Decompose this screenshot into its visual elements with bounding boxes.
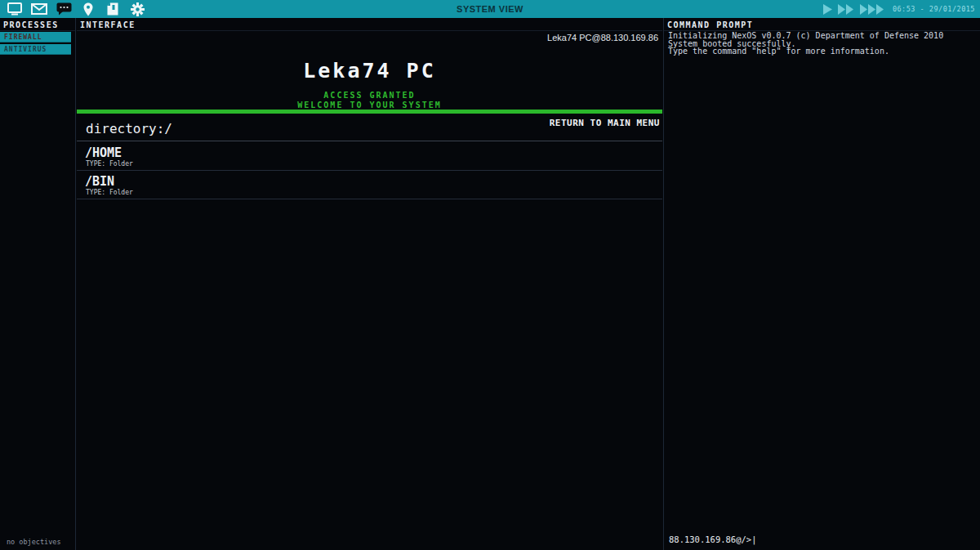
folder-name: /HOME xyxy=(85,145,122,160)
game-clock: 06:53 - 29/01/2015 xyxy=(889,5,975,13)
play-icon[interactable] xyxy=(823,4,832,15)
interface-panel: INTERFACE Leka74 PC@88.130.169.86 Leka74… xyxy=(77,18,662,550)
process-item-antivirus[interactable]: ANTIVIRUS xyxy=(0,44,71,55)
topbar-icons xyxy=(0,1,145,17)
processes-header: PROCESSES xyxy=(0,18,75,31)
processes-panel: PROCESSES FIREWALL ANTIVIRUS no objectiv… xyxy=(0,18,76,550)
topbar: SYSTEM VIEW 06:53 - 29/01/2015 xyxy=(0,0,980,18)
fastest-forward-icon[interactable] xyxy=(860,4,884,15)
report-icon[interactable] xyxy=(105,1,121,17)
welcome-text: WELCOME TO YOUR SYSTEM xyxy=(77,101,662,110)
directory-path: directory:/ xyxy=(86,121,172,136)
command-prompt-panel: COMMAND PROMPT Initializing NexOS v0.0.7… xyxy=(663,18,980,550)
folder-name: /BIN xyxy=(85,174,114,189)
computer-icon[interactable] xyxy=(7,1,23,17)
folder-row-bin[interactable]: /BIN TYPE: Folder xyxy=(77,171,662,199)
terminal-output: Initializing NexOS v0.0.7 (c) Department… xyxy=(668,32,978,56)
mail-icon[interactable] xyxy=(31,1,47,17)
directory-listing: /HOME TYPE: Folder /BIN TYPE: Folder xyxy=(77,142,662,199)
directory-bar: directory:/ RETURN TO MAIN MENU xyxy=(77,114,662,141)
pc-title: Leka74 PC xyxy=(77,59,662,83)
location-icon[interactable] xyxy=(80,1,96,17)
process-item-firewall[interactable]: FIREWALL xyxy=(0,32,71,42)
terminal-line: Type the command "help" for more informa… xyxy=(668,47,978,56)
fast-forward-icon[interactable] xyxy=(838,4,854,15)
time-controls: 06:53 - 29/01/2015 xyxy=(823,0,975,18)
return-to-main-menu-button[interactable]: RETURN TO MAIN MENU xyxy=(550,118,660,128)
folder-type: TYPE: Folder xyxy=(86,160,133,168)
terminal-input-prompt[interactable]: 88.130.169.86@/>| xyxy=(669,534,756,544)
folder-row-home[interactable]: /HOME TYPE: Folder xyxy=(77,142,662,171)
chat-icon[interactable] xyxy=(56,1,72,17)
screen: SYSTEM VIEW 06:53 - 29/01/2015 xyxy=(0,0,980,550)
objectives-status: no objectives xyxy=(7,538,61,546)
command-prompt-header: COMMAND PROMPT xyxy=(664,18,980,31)
remote-host-address: Leka74 PC@88.130.169.86 xyxy=(547,33,658,42)
access-granted-text: ACCESS GRANTED xyxy=(77,91,662,100)
window-title: SYSTEM VIEW xyxy=(457,4,523,14)
folder-type: TYPE: Folder xyxy=(86,189,133,196)
interface-header: INTERFACE xyxy=(77,18,662,31)
settings-icon[interactable] xyxy=(129,1,145,17)
